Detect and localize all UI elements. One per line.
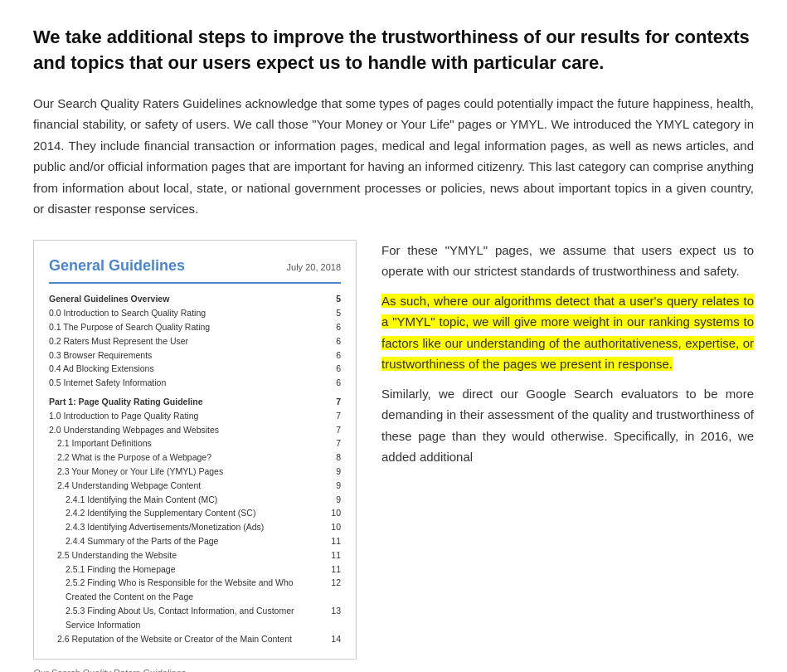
two-column-section: General Guidelines July 20, 2018 General… [33, 240, 754, 672]
toc-item: 1.0 Introduction to Page Quality Rating7 [49, 409, 341, 423]
toc-item: 2.6 Reputation of the Website or Creator… [49, 632, 341, 646]
toc-item: 0.0 Introduction to Search Quality Ratin… [49, 306, 341, 320]
highlighted-text: As such, where our algorithms detect tha… [381, 294, 754, 372]
toc-item: 2.2 What is the Purpose of a Webpage?8 [49, 450, 341, 465]
toc-item: 2.5 Understanding the Website11 [49, 548, 341, 562]
toc-item: 2.1 Important Definitions7 [49, 436, 341, 450]
toc-item: 0.3 Browser Requirements6 [49, 348, 341, 363]
page-heading: We take additional steps to improve the … [33, 25, 754, 76]
guidelines-caption: Our Search Quality Raters Guidelines [33, 666, 357, 672]
guidelines-header: General Guidelines July 20, 2018 [49, 254, 341, 285]
guidelines-date: July 20, 2018 [287, 261, 341, 275]
toc-item: 2.4.2 Identifying the Supplementary Cont… [49, 506, 341, 520]
toc-item: 2.4.1 Identifying the Main Content (MC)9 [49, 493, 341, 507]
toc-overview-header: General Guidelines Overview 5 [49, 292, 341, 306]
toc-item: 2.5.2 Finding Who is Responsible for the… [49, 576, 341, 604]
toc-item: 2.0 Understanding Webpages and Websites7 [49, 423, 341, 437]
toc-item: 2.4.3 Identifying Advertisements/Monetiz… [49, 520, 341, 534]
guidelines-content: General Guidelines Overview 5 0.0 Introd… [49, 292, 341, 645]
toc-item: 0.1 The Purpose of Search Quality Rating… [49, 320, 341, 334]
right-text-1: For these "YMYL" pages, we assume that u… [381, 240, 754, 282]
toc-item: 0.5 Internet Safety Information6 [49, 376, 341, 390]
toc-item: 2.5.3 Finding About Us, Contact Informat… [49, 604, 341, 632]
toc-item: 2.5.1 Finding the Homepage11 [49, 562, 341, 577]
toc-item: 0.2 Raters Must Represent the User6 [49, 334, 341, 348]
right-column: For these "YMYL" pages, we assume that u… [381, 240, 754, 672]
toc-item: 2.4 Understanding Webpage Content9 [49, 479, 341, 493]
guidelines-title: General Guidelines [49, 254, 185, 278]
right-text-highlighted: As such, where our algorithms detect tha… [381, 290, 754, 375]
guidelines-box: General Guidelines July 20, 2018 General… [33, 240, 357, 660]
part1-header: Part 1: Page Quality Rating Guideline 7 [49, 395, 341, 409]
toc-item: 0.4 Ad Blocking Extensions6 [49, 362, 341, 376]
intro-paragraph: Our Search Quality Raters Guidelines ack… [33, 93, 754, 220]
toc-item: 2.3 Your Money or Your Life (YMYL) Pages… [49, 465, 341, 479]
right-text-2: Similarly, we direct our Google Search e… [381, 383, 754, 468]
toc-item: 2.4.4 Summary of the Parts of the Page11 [49, 534, 341, 548]
left-column: General Guidelines July 20, 2018 General… [33, 240, 357, 672]
